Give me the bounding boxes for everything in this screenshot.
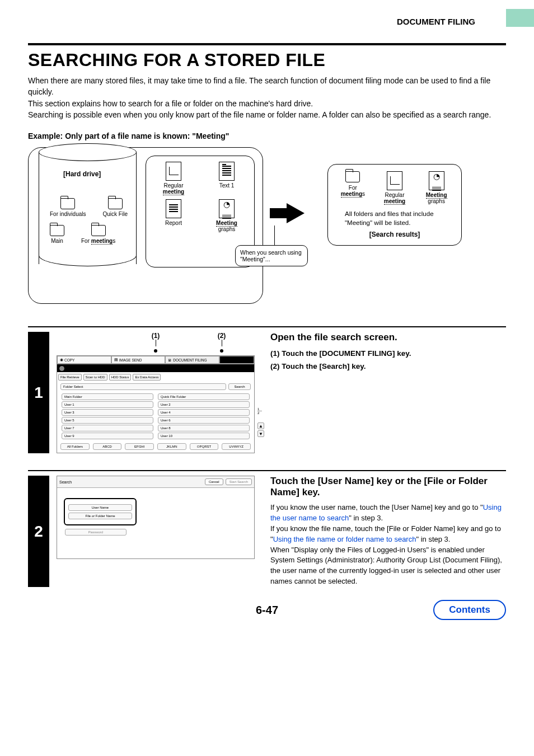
tab-document-filing[interactable]: 🗎 DOCUMENT FILING [165, 356, 219, 364]
clock-file-icon [219, 199, 235, 218]
folder-quick-file: Quick File [102, 198, 127, 217]
callout-bubble: When you search using "Meeting"... [235, 245, 308, 266]
file-report: Report [156, 199, 192, 232]
results-label: [Search results] [335, 231, 455, 238]
lines-file-icon [166, 199, 181, 218]
step1-list: (1) Touch the [DOCUMENT FILING] key. (2)… [270, 348, 506, 373]
step1-item-2: (2) Touch the [Search] key. [270, 360, 506, 373]
callout-connector [274, 226, 275, 248]
file-meeting-graphs: Meeting graphs [209, 199, 245, 232]
alpha-uvwxyz[interactable]: UVWXYZ [222, 443, 251, 450]
user-folder[interactable]: User 3 [62, 409, 153, 416]
folder-icon [50, 225, 64, 236]
subtab-hdd-status[interactable]: HDD Status [109, 374, 132, 381]
text-file-icon [219, 162, 235, 181]
user-name-button[interactable]: User Name [68, 504, 132, 511]
highlighted-options: User Name File or Folder Name [64, 498, 137, 525]
page-title: SEARCHING FOR A STORED FILE [28, 50, 506, 71]
tab-copy[interactable]: ◉ COPY [57, 356, 111, 364]
result-meeting-graphs: Meeting graphs [420, 171, 453, 204]
example-label: Example: Only part of a file name is kno… [28, 132, 506, 140]
file-text1: Text 1 [209, 162, 245, 195]
globe-icon [59, 366, 64, 371]
folder-main: Main [50, 225, 64, 244]
user-folder[interactable]: User 2 [158, 401, 250, 408]
scroll-up-button[interactable]: ▲ [257, 422, 264, 429]
hard-drive-label: [Hard drive] [63, 170, 101, 178]
user-folder[interactable]: User 5 [62, 417, 153, 424]
folder-icon [60, 198, 75, 209]
folder-icon [345, 171, 360, 182]
tab-blank [219, 356, 254, 364]
device-panel-1: ◉ COPY ▤ IMAGE SEND 🗎 DOCUMENT FILING Fi… [57, 355, 255, 453]
step-number-1: 1 [28, 332, 49, 453]
file-or-folder-name-button[interactable]: File or Folder Name [68, 513, 132, 519]
subtab-ex-data-access[interactable]: Ex Data Access [133, 374, 161, 381]
result-regular-meeting: Regular meeting [378, 171, 411, 204]
search-button[interactable]: Search [228, 383, 251, 390]
start-search-button[interactable]: Start Search [226, 478, 252, 485]
folder-individuals: For individuals [50, 198, 86, 217]
quick-file-folder-button[interactable]: Quick File Folder [158, 393, 250, 400]
section-color-tab [506, 9, 534, 27]
search-screen-title: Search [59, 480, 203, 484]
user-folder[interactable]: User 8 [158, 425, 250, 431]
step1-rule [28, 326, 506, 327]
step2-heading: Touch the [User Name] key or the [File o… [270, 476, 506, 498]
folder-icon [108, 198, 123, 209]
alpha-abcd[interactable]: ABCD [93, 443, 122, 450]
chart-file-icon [387, 171, 402, 190]
folder-select-label: Folder Select [60, 383, 226, 390]
intro-p1: When there are many stored files, it may… [28, 75, 506, 98]
cancel-button[interactable]: Cancel [205, 478, 223, 485]
step-2: 2 Search Cancel Start Search User Name F… [28, 476, 506, 587]
password-button[interactable]: Password [65, 529, 127, 536]
step2-body: If you know the user name, touch the [Us… [270, 503, 506, 587]
marker-2: (2) [189, 332, 255, 354]
folder-for-meetings: For meetings [81, 225, 115, 244]
scroll-down-button[interactable]: ▼ [257, 430, 264, 437]
step2-rule [28, 470, 506, 471]
file-regular-meeting: Regular meeting [156, 162, 192, 195]
marker-1: (1) [123, 332, 189, 354]
right-arrow-icon [287, 203, 305, 223]
header-section: DOCUMENT FILING [28, 17, 506, 26]
result-folder-meetings: For meetings [336, 171, 369, 204]
device-status-bar [57, 364, 254, 372]
user-folder[interactable]: User 6 [158, 417, 250, 424]
alpha-opqrst[interactable]: OPQRST [190, 443, 219, 450]
results-note: All folders and files that include "Meet… [345, 210, 449, 227]
contents-button[interactable]: Contents [433, 600, 506, 620]
step-number-2: 2 [28, 476, 49, 587]
link-file-name-search[interactable]: Using the file name or folder name to se… [273, 535, 416, 543]
hard-drive-panel: [Hard drive] For individuals Quick File … [28, 147, 263, 304]
subtab-scan-to-hdd[interactable]: Scan to HDD [83, 374, 107, 381]
tab-image-send[interactable]: ▤ IMAGE SEND [111, 356, 166, 364]
alpha-jklmn[interactable]: JKLMN [157, 443, 186, 450]
user-folder[interactable]: User 4 [158, 409, 250, 416]
step1-markers: (1) (2) [57, 332, 255, 354]
user-folder[interactable]: User 9 [62, 433, 153, 439]
intro-block: When there are many stored files, it may… [28, 75, 506, 120]
step-1: 1 (1) (2) ◉ COPY ▤ IMAGE SEND 🗎 DOCUMENT… [28, 332, 506, 453]
hd-folders: For individuals Quick File Main For meet… [50, 198, 134, 252]
user-folder[interactable]: User 1 [62, 401, 153, 408]
alpha-efghi[interactable]: EFGHI [125, 443, 154, 450]
title-rule-top [28, 43, 506, 45]
page-indicator: 1 2 ▲ ▼ [257, 407, 264, 438]
concept-diagram: [Hard drive] For individuals Quick File … [28, 147, 506, 304]
step1-heading: Open the file search screen. [270, 332, 506, 343]
user-folder[interactable]: User 7 [62, 425, 153, 431]
device-panel-2: Search Cancel Start Search User Name Fil… [57, 476, 255, 559]
alpha-all[interactable]: All Folders [60, 443, 90, 450]
subtab-file-retrieve[interactable]: File Retrieve [58, 374, 82, 381]
folder-icon [91, 225, 106, 236]
user-folder[interactable]: User 10 [158, 433, 250, 439]
clock-file-icon [429, 171, 444, 190]
intro-p2: This section explains how to search for … [28, 98, 506, 109]
main-folder-button[interactable]: Main Folder [62, 393, 153, 400]
intro-p3: Searching is possible even when you only… [28, 109, 506, 120]
arrow-block: When you search using "Meeting"... [269, 203, 322, 223]
results-panel: For meetings Regular meeting Meeting gra… [327, 164, 462, 246]
step1-item-1: (1) Touch the [DOCUMENT FILING] key. [270, 348, 506, 360]
